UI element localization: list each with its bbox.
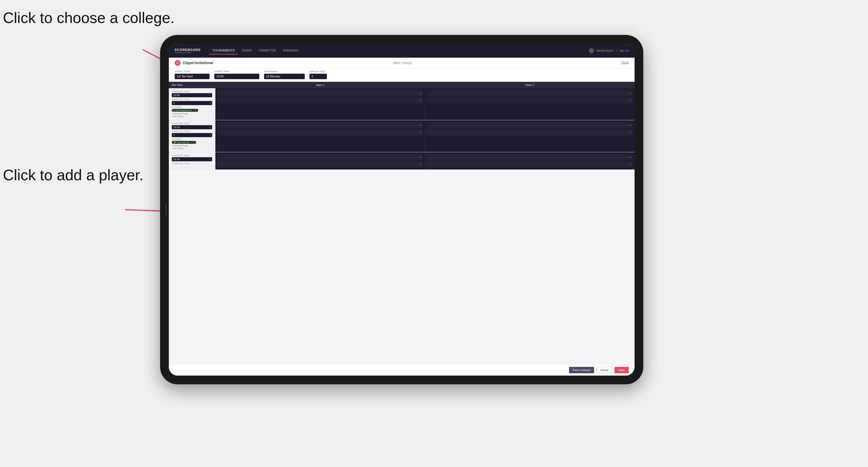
group-2-starting-hole-label: STARTING HOLE: [172,130,212,132]
content-area: STARTING TIME: 10:00 ⏱ STARTING HOLE: 1 … [169,88,634,364]
reset-button[interactable]: Reset Changes [569,367,594,373]
sub-header-hosting: Hosting [402,61,412,65]
nav-link-tournaments[interactable]: TOURNAMENTS [209,47,238,55]
nav-signout[interactable]: Sign out [619,49,629,52]
player-slot[interactable]: × ⊕ [217,161,423,168]
player-slot-expand-icon[interactable]: ⊕ [629,163,631,166]
group-3-left: STARTING TIME: 10:20 ⏱ STARTING HOLE: [169,152,215,169]
group-3-starting-time-value[interactable]: 10:20 ⏱ [172,157,212,161]
group-2-team1: × ⊕ × ⊕ [215,120,425,152]
player-slot-expand-icon[interactable]: ⊕ [420,131,422,134]
start-type-select[interactable]: 1st Tee Start [175,74,210,79]
group-1-course-row: A (A) Peachtree GC × ⊕ [172,109,212,112]
player-slot-expand-icon[interactable]: ⊕ [420,156,422,159]
player-slot-expand-icon[interactable]: ⊕ [420,163,422,166]
controls-row: Start Type 1st Tee Start Start Time Inte… [169,68,634,82]
start-time-input[interactable] [214,74,259,79]
group-2-course-label: COURSE: [172,138,212,140]
group-3-starting-time-label: STARTING TIME: [172,155,212,157]
group-1-remove[interactable]: ⊖ Remove Group [172,113,212,115]
group-2-remove[interactable]: ⊖ Remove Group [172,145,212,147]
player-slot-expand-icon[interactable]: ⊕ [420,124,422,127]
player-slot[interactable]: × ⊕ [427,122,632,128]
player-slot-x-icon[interactable]: × [417,124,418,127]
annotation-player-text: Click to add a player. [3,166,144,183]
table-row: STARTING TIME: 10:10 ⏱ STARTING HOLE: 1 … [169,120,634,152]
nav-logo-sub: Powered by clippd [175,52,200,54]
sub-header-title: Clippd Invitational [183,61,391,65]
player-slot-x-icon[interactable]: × [627,156,628,159]
group-size-select[interactable]: 3 [309,74,327,79]
intervals-group: Intervals 10 Minutes [264,70,305,79]
group-1-starting-time-label: STARTING TIME: [172,91,212,93]
player-slot[interactable]: × ⊕ [427,90,632,96]
footer: Reset Changes Cancel Save [169,364,634,376]
player-slot[interactable]: × ⊕ [427,161,632,168]
nav-link-rankings[interactable]: RANKINGS [280,47,301,55]
player-slot-expand-icon[interactable]: ⊕ [629,131,631,134]
player-slot[interactable]: × ⊕ [427,129,632,136]
player-slot[interactable]: × ⊕ [427,97,632,104]
group-2-team2: × ⊕ × ⊕ [425,120,634,152]
nav-link-teams[interactable]: TEAMS [239,47,255,55]
tablet-frame: SCOREBOARD Powered by clippd TOURNAMENTS… [160,35,643,384]
player-slot-expand-icon[interactable]: ⊕ [629,124,631,127]
group-2-starting-hole-value[interactable]: 1 ▾ [172,133,212,137]
player-slot[interactable]: × ⊕ [217,154,423,160]
player-slot[interactable]: × ⊕ [217,129,423,136]
player-slot-expand-icon[interactable]: ⊕ [420,92,422,95]
player-slot-x-icon[interactable]: × [417,156,418,159]
tablet-side-button [165,204,166,215]
player-slot-x-icon[interactable]: × [627,163,628,166]
player-slot-x-icon[interactable]: × [417,92,418,95]
nav-bar: SCOREBOARD Powered by clippd TOURNAMENTS… [169,44,634,58]
start-time-label: Start Time [214,70,259,73]
player-slot-x-icon[interactable]: × [417,131,418,134]
nav-link-committee[interactable]: COMMITTEE [256,47,279,55]
group-2-add[interactable]: + Add Group [172,147,212,149]
group-1-add[interactable]: + Add Group [172,115,212,117]
nav-logo-title: SCOREBOARD [175,48,200,52]
group-2-course-row: 🔒 East Lake GC × ⊕ [172,141,212,144]
sub-header: C Clippd Invitational (Men) Hosting ‹ Ba… [169,58,634,68]
table-row: STARTING TIME: 10:00 ⏱ STARTING HOLE: 1 … [169,88,634,120]
group-3-starting-hole-label: STARTING HOLE: [172,162,212,164]
player-slot-x-icon[interactable]: × [627,131,628,134]
player-slot-x-icon[interactable]: × [627,92,628,95]
player-slot-expand-icon[interactable]: ⊕ [629,99,631,102]
save-button[interactable]: Save [615,367,629,373]
group-2-starting-time-label: STARTING TIME: [172,123,212,125]
player-slot-expand-icon[interactable]: ⊕ [629,156,631,159]
player-slot[interactable]: × ⊕ [217,97,423,104]
group-1-left: STARTING TIME: 10:00 ⏱ STARTING HOLE: 1 … [169,88,215,120]
player-slot-expand-icon[interactable]: ⊕ [420,99,422,102]
group-1-starting-hole-value[interactable]: 1 ▾ [172,101,212,105]
player-slot-x-icon[interactable]: × [627,99,628,102]
group-2-actions: ⊖ Remove Group + Add Group [172,145,212,149]
tablet-screen: SCOREBOARD Powered by clippd TOURNAMENTS… [169,44,634,376]
player-slot-expand-icon[interactable]: ⊕ [629,92,631,95]
player-slot[interactable]: × ⊕ [217,90,423,96]
intervals-select[interactable]: 10 Minutes [264,74,305,79]
group-1-starting-time-value[interactable]: 10:00 ⏱ [172,93,212,97]
player-slot-x-icon[interactable]: × [417,163,418,166]
player-slot-x-icon[interactable]: × [417,99,418,102]
group-2-left: STARTING TIME: 10:10 ⏱ STARTING HOLE: 1 … [169,120,215,152]
player-slot[interactable]: × ⊕ [427,154,632,160]
group-2-starting-time-value[interactable]: 10:10 ⏱ [172,125,212,129]
nav-logo: SCOREBOARD Powered by clippd [175,48,200,54]
sub-header-badge: (Men) [393,61,401,65]
group-1-team2: × ⊕ × ⊕ [425,88,634,120]
player-slot-x-icon[interactable]: × [627,124,628,127]
group-2-course-badge[interactable]: 🔒 East Lake GC × ⊕ [172,141,196,144]
annotation-add-player: Click to add a player. [3,166,144,184]
group-1-team1: × ⊕ × ⊕ [215,88,425,120]
player-slot[interactable]: × ⊕ [217,122,423,128]
cancel-button[interactable]: Cancel [596,367,612,373]
sub-header-logo: C [175,60,181,66]
start-type-group: Start Type 1st Tee Start [175,70,210,79]
header-team2: Team 2 [425,82,634,88]
group-1-course-badge[interactable]: A (A) Peachtree GC × ⊕ [172,109,198,112]
back-button[interactable]: ‹ Back [621,61,629,65]
annotation-choose-college: Click to choose a college. [3,9,175,27]
